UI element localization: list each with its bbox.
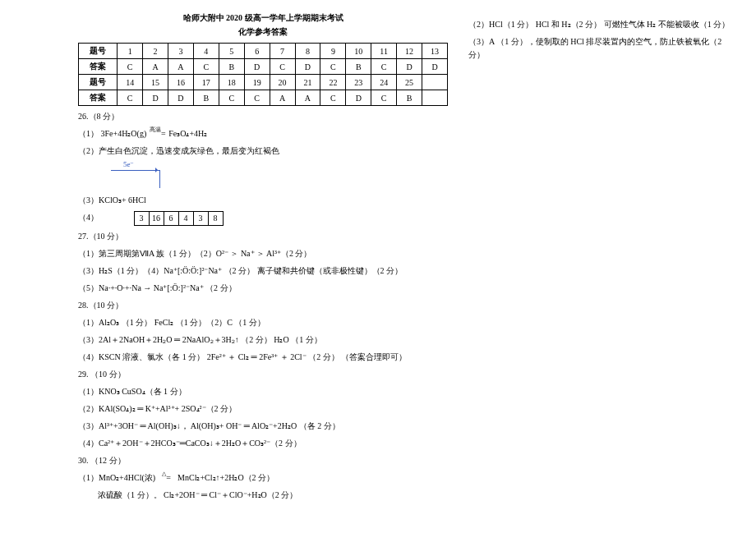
table-row: 题号 14 15 16 17 18 19 20 21 22 23 24 25 (79, 75, 448, 90)
q28-p1: （1）Al₂O₃ （1 分） FeCl₂ （1 分）（2）C （1 分） (78, 316, 448, 329)
q30-header: 30. （12 分） (78, 454, 448, 467)
cell (422, 75, 448, 90)
cell: A (270, 90, 295, 106)
cell: B (346, 59, 371, 75)
q28-header: 28.（10 分） (78, 299, 448, 312)
q26-p2: （2）产生白色沉淀，迅速变成灰绿色，最后变为红褐色 (78, 145, 448, 158)
table-row: 答案 C D D B C C A A C D C B (79, 90, 448, 106)
table-row: 题号 1 2 3 4 5 6 7 8 9 10 11 12 13 (79, 44, 448, 59)
q26-p4: （4） 3 16 6 4 3 8 (78, 211, 448, 226)
box-cell: 16 (149, 212, 164, 226)
cell: D (143, 90, 168, 106)
q26-p4-label: （4） (78, 213, 99, 222)
cell: 17 (193, 75, 219, 90)
cell: C (244, 90, 270, 106)
cell: A (168, 59, 193, 75)
right-column: （2）HCl（1 分） HCl 和 H₂（2 分） 可燃性气体 H₂ 不能被吸收… (468, 14, 731, 66)
cell: C (118, 90, 143, 106)
cell: 9 (320, 44, 346, 59)
cell: C (270, 59, 295, 75)
box-cell: 3 (134, 212, 149, 226)
q27-p1: （1）第三周期第ⅦA 族（1 分）（2）O²⁻ ＞ Na⁺ ＞ Al³⁺（2 分… (78, 247, 448, 260)
cell: 22 (320, 75, 346, 90)
coefficient-boxes: 3 16 6 4 3 8 (134, 211, 224, 226)
reaction-arrow-icon: △ (158, 471, 176, 485)
q29-p4: （4）Ca²⁺＋2OH⁻＋2HCO₃⁻═CaCO₃↓＋2H₂O＋CO₃²⁻（2 … (78, 437, 448, 450)
cell: 5 (219, 44, 244, 59)
row-header: 答案 (79, 59, 118, 75)
cell: 18 (219, 75, 244, 90)
condition-label: 高温 (150, 126, 161, 133)
cell: 2 (143, 44, 168, 59)
cell: 1 (118, 44, 143, 59)
cell: D (168, 90, 193, 106)
cell: D (295, 59, 320, 75)
cell: 20 (270, 75, 295, 90)
row-header: 题号 (79, 75, 118, 90)
cell: C (371, 59, 397, 75)
q29-p1: （1）KNO₃ CuSO₄（各 1 分） (78, 385, 448, 398)
row-header: 答案 (79, 90, 118, 106)
cell: C (219, 90, 244, 106)
cell: 7 (270, 44, 295, 59)
table-row: 答案 C A A C B D C D C B C D D (79, 59, 448, 75)
doc-subtitle: 化学参考答案 (78, 26, 448, 38)
electron-count-label: 5e⁻ (123, 160, 493, 168)
cell: 21 (295, 75, 320, 90)
q28-p4: （4）KSCN 溶液、氯水（各 1 分） 2Fe²⁺ ＋ Cl₂ ═ 2Fe³⁺… (78, 351, 448, 364)
cell: 16 (168, 75, 193, 90)
answer-table: 题号 1 2 3 4 5 6 7 8 9 10 11 12 13 答案 C A … (78, 43, 448, 106)
doc-title: 哈师大附中 2020 级高一学年上学期期末考试 (78, 12, 448, 24)
q30-p1c: 浓硫酸（1 分）。 Cl₂+2OH⁻ ═ Cl⁻＋ClO⁻+H₂O（2 分） (78, 489, 448, 502)
arrow-icon (111, 170, 160, 188)
cell: 8 (295, 44, 320, 59)
cell: 24 (371, 75, 397, 90)
q30-p1-rhs: MnCl₂+Cl₂↑+2H₂O（2 分） (177, 473, 274, 482)
q29-header: 29. （10 分） (78, 368, 448, 381)
left-column: 哈师大附中 2020 级高一学年上学期期末考试 化学参考答案 题号 1 2 3 … (78, 12, 448, 506)
cell: C (371, 90, 397, 106)
cell: B (397, 90, 422, 106)
cell: D (397, 59, 422, 75)
cell: B (219, 59, 244, 75)
cell: 19 (244, 75, 270, 90)
q26-p1-rhs: Fe₃O₄+4H₂ (168, 129, 207, 138)
box-cell: 6 (164, 212, 178, 226)
q26-header: 26.（8 分） (78, 110, 448, 123)
q28-p3: （3）2Al＋2NaOH＋2H₂O ═ 2NaAlO₂＋3H₂↑ （2 分） H… (78, 333, 448, 347)
q27-header: 27.（10 分） (78, 230, 448, 243)
condition-label: △ (162, 471, 166, 477)
cell: 12 (397, 44, 422, 59)
cell: A (143, 59, 168, 75)
cell (422, 90, 448, 106)
right-p3: （3）A （1 分），使制取的 HCl 排尽装置内的空气，防止铁被氧化（2 分） (468, 35, 731, 62)
right-p2: （2）HCl（1 分） HCl 和 H₂（2 分） 可燃性气体 H₂ 不能被吸收… (468, 18, 731, 31)
q29-p2: （2）KAl(SO₄)₂ ═ K⁺+Al³⁺+ 2SO₄²⁻（2 分） (78, 402, 448, 416)
cell: 15 (143, 75, 168, 90)
cell: D (244, 59, 270, 75)
cell: 13 (422, 44, 448, 59)
row-header: 题号 (79, 44, 118, 59)
q27-p3: （3）H₂S（1 分）（4）Na⁺[:Ö:Ö:]²⁻Na⁺ （2 分） 离子键和… (78, 264, 448, 278)
cell: 10 (346, 44, 371, 59)
cell: D (346, 90, 371, 106)
cell: C (320, 59, 346, 75)
cell: 23 (346, 75, 371, 90)
box-cell: 3 (193, 212, 208, 226)
cell: C (193, 59, 219, 75)
cell: 3 (168, 44, 193, 59)
electron-transfer-diagram: 5e⁻ (78, 162, 448, 190)
q26-p1: （1） 3Fe+4H₂O(g) 高温 Fe₃O₄+4H₂ (78, 127, 448, 140)
q30-p1-lhs: （1）MnO₂+4HCl(浓) (78, 473, 155, 482)
q27-p5: （5）Na·+·O·+·Na → Na⁺[:Ö:]²⁻Na⁺ （2 分） (78, 282, 448, 295)
q26-p1-pre: （1） (78, 129, 99, 138)
q26-p1-lhs: 3Fe+4H₂O(g) (101, 129, 147, 138)
cell: 11 (371, 44, 397, 59)
cell: 6 (244, 44, 270, 59)
cell: 4 (193, 44, 219, 59)
cell: C (320, 90, 346, 106)
q26-p3: （3）KClO₃+ 6HCl (78, 194, 448, 207)
q29-p3: （3）Al³⁺+3OH⁻ ═ Al(OH)₃↓， Al(OH)₃+ OH⁻ ═ … (78, 420, 448, 433)
cell: 14 (118, 75, 143, 90)
cell: A (295, 90, 320, 106)
